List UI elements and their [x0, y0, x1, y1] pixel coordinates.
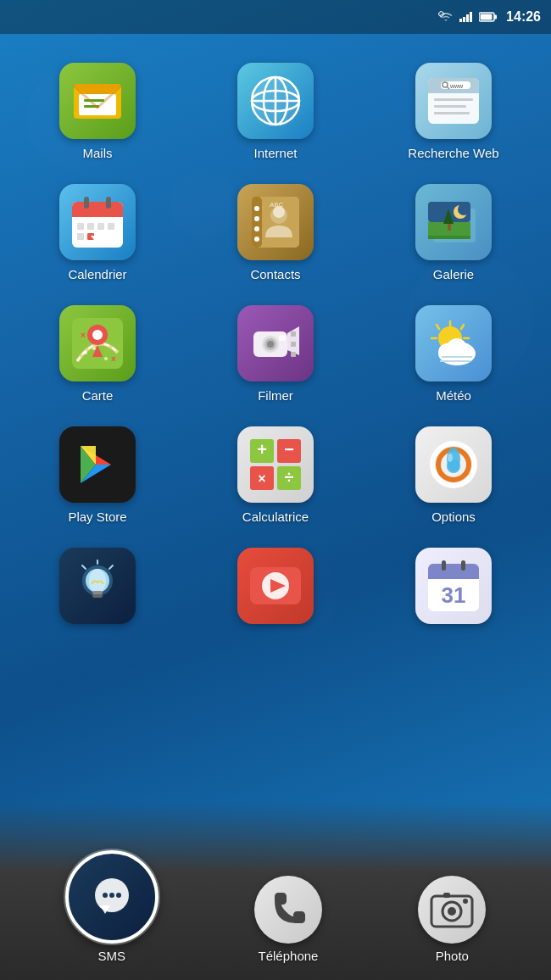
gallery-label: Galerie [433, 267, 474, 281]
svg-rect-111 [92, 591, 103, 594]
svg-rect-5 [470, 12, 472, 22]
app-grid: Mails Internet [0, 34, 551, 651]
app-gallery[interactable]: Galerie [365, 172, 543, 293]
weather-icon [415, 305, 492, 381]
photo-dock-icon [418, 876, 486, 944]
svg-rect-123 [461, 560, 465, 571]
wifi-icon [438, 11, 454, 23]
svg-point-47 [254, 226, 259, 231]
app-internet[interactable]: Internet [186, 51, 365, 172]
map-label: Carte [82, 388, 114, 403]
svg-rect-11 [79, 94, 116, 115]
app-calculator[interactable]: + − × ÷ Calculatrice [186, 415, 365, 536]
svg-rect-36 [77, 223, 84, 230]
svg-rect-38 [97, 223, 104, 230]
svg-rect-73 [279, 335, 286, 341]
svg-rect-40 [77, 233, 84, 240]
status-bar: 14:26 [0, 0, 551, 34]
svg-text:ABC: ABC [270, 201, 284, 209]
svg-text:×: × [81, 331, 86, 340]
battery-icon [479, 12, 498, 22]
svg-point-107 [448, 454, 453, 462]
svg-rect-8 [481, 14, 493, 20]
dock-phone[interactable]: Téléphone [254, 876, 322, 963]
svg-rect-37 [87, 223, 94, 230]
calculator-label: Calculatrice [242, 509, 309, 524]
svg-rect-7 [494, 15, 497, 19]
internet-icon [237, 63, 314, 139]
svg-point-67 [92, 347, 96, 350]
cal31-icon: 31 [415, 548, 492, 624]
contacts-icon: ABC [237, 184, 314, 260]
svg-point-128 [116, 893, 121, 898]
svg-point-46 [254, 216, 259, 221]
svg-line-114 [109, 565, 113, 569]
app-options[interactable]: Options [365, 415, 543, 536]
calculator-icon: + − × ÷ [237, 426, 314, 503]
app-film[interactable]: Filmer [186, 293, 365, 415]
svg-text:−: − [284, 440, 294, 459]
svg-rect-39 [108, 223, 114, 230]
svg-text:×: × [111, 354, 116, 364]
app-map[interactable]: × × Carte [8, 293, 186, 415]
svg-point-63 [92, 330, 103, 340]
websearch-icon: www [415, 63, 492, 139]
svg-text:+: + [257, 440, 267, 459]
sms-dock-label: SMS [97, 949, 125, 963]
svg-rect-75 [291, 331, 296, 337]
signal-icon [459, 11, 474, 23]
websearch-label: Recherche Web [408, 146, 498, 160]
app-playstore[interactable]: Play Store [8, 415, 186, 536]
options-label: Options [431, 509, 476, 524]
gallery-icon [415, 184, 492, 260]
svg-rect-58 [428, 236, 470, 239]
svg-rect-60 [448, 224, 451, 231]
svg-point-86 [447, 338, 467, 359]
svg-line-82 [437, 325, 439, 329]
internet-label: Internet [254, 146, 298, 160]
svg-point-45 [254, 206, 259, 211]
svg-point-127 [109, 893, 114, 898]
svg-point-134 [463, 899, 468, 904]
dock-photo[interactable]: Photo [418, 876, 486, 963]
svg-point-56 [458, 203, 470, 215]
app-contacts[interactable]: ABC Contacts [186, 172, 365, 293]
svg-text:www: www [449, 83, 464, 89]
phone-dock-icon [254, 876, 322, 944]
mails-icon [59, 63, 136, 139]
photo-dock-label: Photo [436, 949, 469, 963]
app-weather[interactable]: Météo [365, 293, 543, 415]
app-websearch[interactable]: www Recherche Web [365, 51, 543, 172]
phone-dock-label: Téléphone [259, 949, 319, 963]
svg-rect-29 [434, 105, 466, 108]
svg-text:÷: ÷ [285, 468, 294, 487]
app-mails[interactable]: Mails [8, 51, 186, 172]
app-cal31[interactable]: 31 [365, 536, 543, 643]
svg-rect-3 [463, 17, 465, 22]
svg-rect-2 [459, 19, 462, 22]
svg-rect-112 [92, 594, 103, 598]
svg-rect-77 [291, 352, 296, 357]
mails-label: Mails [82, 146, 112, 160]
app-lamp[interactable] [8, 536, 186, 643]
app-calendar[interactable]: Calendrier [8, 172, 186, 293]
svg-point-20 [252, 77, 299, 125]
svg-rect-122 [442, 560, 446, 571]
time-display: 14:26 [506, 9, 541, 25]
svg-point-66 [84, 351, 87, 354]
svg-text:31: 31 [442, 582, 466, 608]
svg-point-48 [254, 237, 259, 242]
app-video[interactable] [186, 536, 365, 643]
svg-text:×: × [258, 471, 265, 486]
svg-line-80 [461, 325, 464, 329]
playstore-icon [59, 426, 136, 503]
options-icon [415, 426, 492, 503]
map-icon: × × [59, 305, 136, 381]
dock-sms[interactable]: SMS [65, 850, 159, 963]
contacts-label: Contacts [250, 267, 300, 281]
film-label: Filmer [258, 388, 293, 403]
svg-rect-28 [434, 98, 473, 101]
sms-dock-icon [65, 850, 159, 944]
svg-rect-133 [443, 893, 450, 898]
svg-marker-0 [444, 19, 448, 21]
